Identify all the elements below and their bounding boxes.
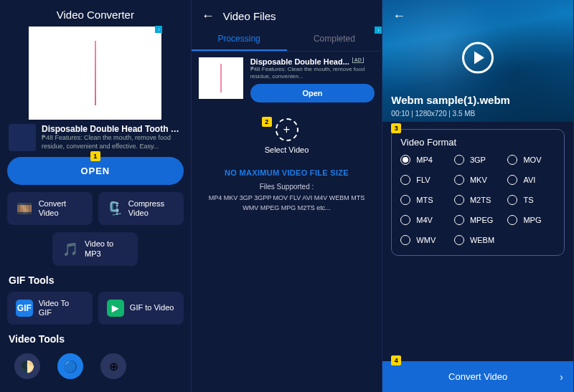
ad-image[interactable]: i (29, 27, 161, 120)
panel-files: ← Video Files Processing Completed i Dis… (192, 0, 383, 392)
format-option-m2ts[interactable]: M2TS (454, 195, 502, 205)
vt-icon-3[interactable]: ⊕ (100, 353, 126, 379)
format-label: AVI (523, 176, 535, 184)
format-option-m4v[interactable]: M4V (400, 215, 448, 225)
tile-video-to-mp3[interactable]: 🎵 Video to MP3 (52, 232, 138, 265)
format-label: MOV (523, 156, 541, 164)
radio-icon (507, 195, 517, 205)
tabs-wrap: Processing Completed i (192, 28, 382, 52)
ad-thumb (9, 124, 36, 151)
format-label: WEBM (470, 236, 494, 244)
tile-gif-to-video[interactable]: ▶ GIF to Video (98, 292, 184, 325)
select-video-label: Select Video (265, 145, 309, 154)
header: ← Video Files (192, 0, 382, 28)
radio-icon (454, 175, 464, 185)
chevron-right-icon: › (560, 371, 563, 383)
format-option-avi[interactable]: AVI (507, 175, 555, 185)
radio-icon (400, 155, 410, 165)
vt-icon-1[interactable]: 🌓 (14, 353, 40, 379)
step-badge-2: 2 (262, 117, 272, 127)
tile-label: GIF to Video (130, 303, 174, 312)
step-badge-4: 4 (391, 355, 401, 365)
format-grid: MP43GPMOVFLVMKVAVIMTSM2TSTSM4VMPEGMPGWMV… (400, 155, 555, 245)
no-max-label: NO MAXIMUM VIDEO FILE SIZE (206, 168, 368, 177)
radio-icon (400, 195, 410, 205)
format-body: 3 Video Format MP43GPMOVFLVMKVAVIMTSM2TS… (382, 122, 573, 392)
video-hero: ← Webm sample(1).webm 00:10 | 1280x720 |… (382, 0, 573, 122)
info-block: NO MAXIMUM VIDEO FILE SIZE Files Support… (192, 161, 382, 220)
tab-processing[interactable]: Processing (192, 28, 287, 51)
format-option-mts[interactable]: MTS (400, 195, 448, 205)
back-icon[interactable]: ← (202, 9, 215, 24)
format-label: MPEG (470, 216, 493, 224)
tab-completed[interactable]: Completed (287, 28, 382, 51)
gif-icon: GIF (16, 300, 33, 317)
ad-image (199, 57, 243, 99)
convert-label: Convert Video (448, 371, 507, 382)
format-label: M2TS (470, 196, 491, 204)
format-option-mov[interactable]: MOV (507, 155, 555, 165)
app-title: Video Converter (0, 0, 191, 27)
format-option-3gp[interactable]: 3GP (454, 155, 502, 165)
step-badge-3: 3 (391, 123, 401, 133)
ad-open-button[interactable]: Open (250, 84, 375, 102)
ad-row[interactable]: Disposable Double Head...AD ₱48 Features… (192, 52, 382, 108)
radio-icon (454, 155, 464, 165)
format-label: FLV (416, 176, 430, 184)
convert-button[interactable]: 4 Convert Video › (382, 361, 573, 392)
format-option-flv[interactable]: FLV (400, 175, 448, 185)
format-label: MKV (470, 176, 487, 184)
format-option-mp4[interactable]: MP4 (400, 155, 448, 165)
radio-icon (507, 155, 517, 165)
format-label: MP4 (416, 156, 433, 164)
format-label: TS (523, 196, 533, 204)
format-option-wmv[interactable]: WMV (400, 235, 448, 245)
video-tools-row: 🌓 🔵 ⊕ (0, 350, 191, 379)
panel-home: Video Converter i Disposable Double Head… (0, 0, 192, 392)
filename: Webm sample(1).webm (391, 94, 510, 106)
format-option-mpg[interactable]: MPG (507, 215, 555, 225)
radio-icon (507, 215, 517, 225)
section-video-tools: Video Tools (0, 332, 191, 350)
format-option-mkv[interactable]: MKV (454, 175, 502, 185)
select-video-area[interactable]: 2 + Select Video (192, 108, 382, 161)
add-video-icon: + (276, 118, 298, 141)
ad-close-icon[interactable]: i (155, 26, 162, 33)
tile-video-to-gif[interactable]: GIF Video To GIF (7, 292, 93, 325)
format-option-ts[interactable]: TS (507, 195, 555, 205)
tools-grid-2: 🎵 Video to MP3 (0, 232, 191, 272)
compress-icon: 🗜️ (107, 199, 123, 218)
video-icon: ▶ (107, 300, 124, 317)
file-meta: 00:10 | 1280x720 | 3.5 MB (391, 110, 475, 118)
ad-title: Disposable Double Head Tooth Flo... (42, 124, 182, 134)
panel-convert: ← Webm sample(1).webm 00:10 | 1280x720 |… (382, 0, 574, 392)
play-button[interactable] (462, 42, 494, 74)
format-label: M4V (416, 216, 433, 224)
ad-row[interactable]: Disposable Double Head Tooth Flo...AD ₱4… (0, 120, 191, 154)
section-gif-tools: GIF Tools (0, 273, 191, 292)
format-option-webm[interactable]: WEBM (454, 235, 502, 245)
ad-text: Disposable Double Head Tooth Flo...AD ₱4… (42, 124, 182, 150)
ad-desc: ₱48 Features: Clean the mouth, remove fo… (250, 66, 375, 80)
convert-icon: 🎞️ (16, 199, 33, 218)
play-icon (474, 52, 484, 64)
tile-convert-video[interactable]: 🎞️ Convert Video (7, 192, 93, 225)
ad-close-icon[interactable]: i (375, 27, 382, 34)
ad-right: Disposable Double Head...AD ₱48 Features… (250, 57, 375, 102)
format-option-mpeg[interactable]: MPEG (454, 215, 502, 225)
vt-icon-2[interactable]: 🔵 (57, 353, 83, 379)
files-supported-label: Files Supported : (206, 183, 368, 191)
tile-label: Video To GIF (39, 299, 84, 317)
radio-icon (507, 175, 517, 185)
tile-compress-video[interactable]: 🗜️ Compress Video (98, 192, 184, 225)
mp3-icon: 🎵 (61, 240, 79, 259)
radio-icon (400, 215, 410, 225)
step-badge-1: 1 (90, 151, 100, 161)
tools-grid: 🎞️ Convert Video 🗜️ Compress Video (0, 192, 191, 232)
tile-label: Convert Video (39, 199, 84, 218)
tile-label: Video to MP3 (85, 239, 129, 258)
back-icon[interactable]: ← (392, 9, 405, 24)
ad-tag: AD (352, 57, 364, 63)
radio-icon (400, 175, 410, 185)
format-label: MTS (416, 196, 433, 204)
